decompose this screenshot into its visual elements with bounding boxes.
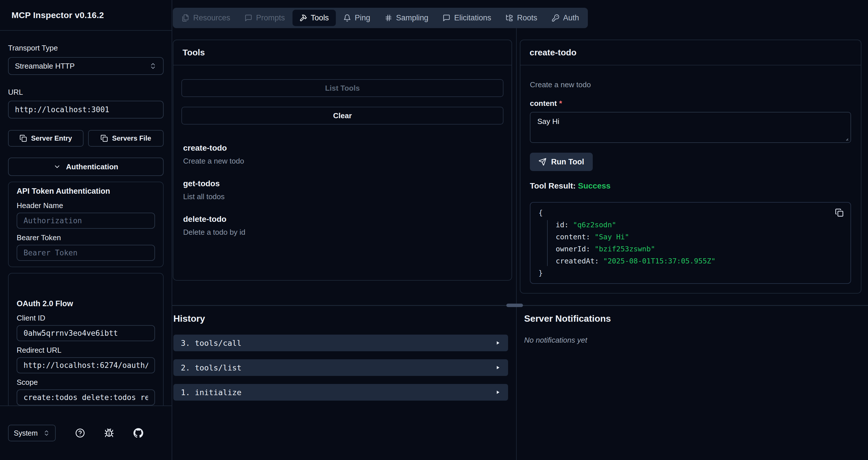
json-key: createdAt: bbox=[556, 257, 599, 265]
history-item-label: 1. initialize bbox=[181, 388, 241, 397]
tab-roots[interactable]: Roots bbox=[499, 10, 544, 26]
servers-file-label: Servers File bbox=[112, 134, 151, 142]
scope-input[interactable] bbox=[17, 389, 155, 405]
help-circle-icon bbox=[75, 428, 85, 438]
tool-name: create-todo bbox=[183, 143, 502, 153]
servers-file-button[interactable]: Servers File bbox=[88, 130, 164, 146]
json-row: ownerId: "bzif253zswnb" bbox=[556, 243, 842, 255]
tool-detail-card: create-todo Create a new todo content* S… bbox=[520, 40, 861, 294]
json-body: id: "q6z2sodn" content: "Say Hi" ownerId… bbox=[538, 219, 842, 267]
bell-icon bbox=[343, 14, 351, 22]
splitter-handle[interactable] bbox=[506, 304, 523, 307]
tool-result-label: Tool Result: bbox=[530, 182, 576, 190]
tool-detail-pane: create-todo Create a new todo content* S… bbox=[517, 28, 868, 305]
tools-card-title: Tools bbox=[183, 47, 205, 57]
json-key: ownerId: bbox=[556, 245, 590, 253]
history-item-initialize[interactable]: 1. initialize bbox=[174, 384, 508, 401]
key-icon bbox=[552, 14, 559, 22]
content-textarea[interactable]: Say Hi bbox=[530, 112, 851, 143]
files-icon bbox=[182, 14, 189, 22]
history-title: History bbox=[174, 313, 508, 324]
tool-detail-description: Create a new todo bbox=[530, 80, 851, 90]
json-row: content: "Say Hi" bbox=[556, 231, 842, 243]
authentication-toggle[interactable]: Authentication bbox=[8, 158, 164, 176]
client-id-input[interactable] bbox=[17, 325, 155, 341]
tabbar-wrap: Resources Prompts Tools Ping Sampling bbox=[172, 0, 868, 28]
debug-button[interactable] bbox=[104, 428, 114, 438]
header-name-label: Header Name bbox=[17, 201, 155, 210]
resize-handle-icon[interactable] bbox=[842, 135, 849, 141]
bottom-panes: History 3. tools/call 2. tools/list 1. i… bbox=[172, 306, 868, 460]
tab-label: Roots bbox=[517, 13, 537, 22]
redirect-url-label: Redirect URL bbox=[17, 346, 155, 354]
help-button[interactable] bbox=[75, 428, 85, 438]
notifications-empty-text: No notifications yet bbox=[524, 336, 868, 344]
bearer-token-input[interactable] bbox=[17, 245, 155, 261]
tab-label: Tools bbox=[311, 13, 329, 22]
copy-icon bbox=[20, 135, 27, 142]
tab-elicitations[interactable]: Elicitations bbox=[436, 10, 498, 26]
tab-auth[interactable]: Auth bbox=[545, 10, 586, 26]
expand-arrow-icon bbox=[495, 365, 501, 370]
tab-sampling[interactable]: Sampling bbox=[378, 10, 435, 26]
copy-actions-row: Server Entry Servers File bbox=[8, 130, 164, 146]
history-item-tools-call[interactable]: 3. tools/call bbox=[174, 335, 508, 351]
run-tool-button[interactable]: Run Tool bbox=[530, 153, 593, 171]
history-list: 3. tools/call 2. tools/list 1. initializ… bbox=[174, 335, 508, 401]
list-tools-button[interactable]: List Tools bbox=[181, 79, 503, 97]
scope-label: Scope bbox=[17, 378, 155, 387]
tab-prompts[interactable]: Prompts bbox=[238, 10, 292, 26]
tool-list-item-delete-todo[interactable]: delete-todo Delete a todo by id bbox=[183, 214, 502, 237]
theme-select-value: System bbox=[14, 429, 38, 437]
tool-result-json-box: { id: "q6z2sodn" content: "Say Hi" owner… bbox=[530, 202, 851, 284]
content-field-label-text: content bbox=[530, 99, 557, 108]
history-item-tools-list[interactable]: 2. tools/list bbox=[174, 359, 508, 376]
footer-icons bbox=[56, 428, 162, 438]
json-value: "bzif253zswnb" bbox=[594, 245, 655, 253]
server-entry-button[interactable]: Server Entry bbox=[8, 130, 84, 146]
clear-tools-button[interactable]: Clear bbox=[181, 107, 503, 125]
tab-label: Ping bbox=[355, 13, 370, 22]
json-value: "q6z2sodn" bbox=[573, 221, 616, 229]
tools-card-body: List Tools Clear create-todo Create a ne… bbox=[174, 65, 512, 237]
copy-icon bbox=[100, 135, 108, 142]
tab-resources[interactable]: Resources bbox=[175, 10, 237, 26]
client-id-label: Client ID bbox=[17, 314, 155, 322]
folder-tree-icon bbox=[505, 14, 513, 22]
tab-label: Auth bbox=[563, 13, 579, 22]
github-button[interactable] bbox=[133, 428, 143, 438]
tool-detail-header: create-todo bbox=[520, 40, 861, 65]
required-asterisk: * bbox=[559, 99, 562, 108]
sidebar-content: Transport Type Streamable HTTP URL Serve… bbox=[0, 31, 172, 405]
chevrons-up-down-icon bbox=[43, 430, 50, 436]
tool-list-item-create-todo[interactable]: create-todo Create a new todo bbox=[183, 143, 502, 166]
tab-ping[interactable]: Ping bbox=[336, 10, 377, 26]
json-value: "Say Hi" bbox=[594, 233, 629, 241]
redirect-url-input[interactable] bbox=[17, 357, 155, 373]
tool-description: Create a new todo bbox=[183, 156, 502, 166]
mcp-inspector-app: MCP Inspector v0.16.2 Transport Type Str… bbox=[0, 0, 868, 460]
json-value: "2025-08-01T15:37:05.955Z" bbox=[603, 257, 716, 265]
copy-icon bbox=[835, 208, 844, 217]
notifications-pane: Server Notifications No notifications ye… bbox=[517, 306, 868, 460]
expand-arrow-icon bbox=[495, 340, 501, 346]
content-textarea-wrap: Say Hi bbox=[530, 112, 851, 144]
transport-type-select[interactable]: Streamable HTTP bbox=[8, 57, 164, 75]
sidebar-footer: System bbox=[0, 405, 172, 460]
url-input[interactable] bbox=[8, 101, 164, 119]
theme-select[interactable]: System bbox=[8, 425, 56, 441]
tab-label: Elicitations bbox=[454, 13, 491, 22]
notifications-title: Server Notifications bbox=[524, 313, 868, 324]
tab-tools[interactable]: Tools bbox=[292, 10, 336, 26]
authentication-toggle-label: Authentication bbox=[66, 162, 118, 171]
header-name-input[interactable] bbox=[17, 212, 155, 229]
app-title: MCP Inspector v0.16.2 bbox=[11, 10, 104, 20]
tool-list-item-get-todos[interactable]: get-todos List all todos bbox=[183, 178, 502, 201]
oauth-flow-title: OAuth 2.0 Flow bbox=[17, 299, 155, 308]
copy-result-button[interactable] bbox=[835, 208, 844, 217]
tabbar: Resources Prompts Tools Ping Sampling bbox=[173, 8, 588, 28]
message-square-icon bbox=[245, 14, 252, 22]
send-icon bbox=[538, 158, 547, 166]
json-row: createdAt: "2025-08-01T15:37:05.955Z" bbox=[556, 255, 842, 267]
hash-icon bbox=[384, 14, 392, 22]
